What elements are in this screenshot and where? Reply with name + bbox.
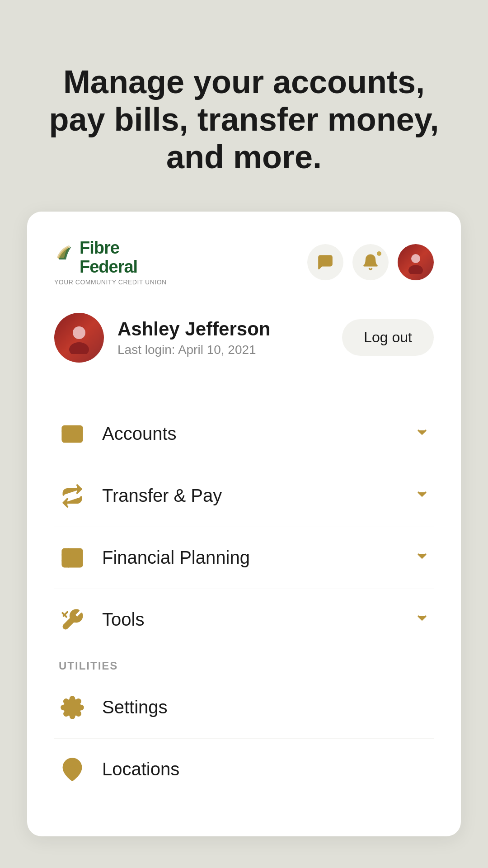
settings-label: Settings [102,697,429,717]
svg-point-0 [411,254,420,263]
svg-point-1 [408,265,423,274]
menu-list: Accounts Transfer & Pay [54,403,434,651]
tools-chevron [415,611,429,629]
svg-point-3 [69,342,89,354]
menu-item-financial-planning[interactable]: Financial Planning [54,527,434,589]
message-icon [317,254,334,271]
menu-item-locations[interactable]: Locations [54,739,434,800]
message-button[interactable] [307,244,343,280]
tools-label: Tools [102,609,399,630]
transfer-pay-icon [59,482,86,509]
user-name: Ashley Jefferson [117,318,270,340]
hero-section: Manage your accounts, pay bills, transfe… [0,0,488,212]
logout-button[interactable]: Log out [342,319,434,356]
last-login: Last login: April 10, 2021 [117,343,270,357]
utilities-label: UTILITIES [54,660,434,672]
notification-button[interactable] [352,244,389,280]
header-icons [307,244,434,280]
menu-item-tools[interactable]: Tools [54,589,434,651]
financial-planning-chevron [415,549,429,567]
logo-icon [54,241,76,262]
menu-item-transfer-pay[interactable]: Transfer & Pay [54,465,434,527]
header-avatar[interactable] [398,244,434,280]
svg-rect-6 [66,434,70,437]
menu-item-settings[interactable]: Settings [54,677,434,739]
transfer-pay-label: Transfer & Pay [102,486,399,506]
avatar-person-icon [404,250,427,274]
accounts-icon [59,420,86,448]
user-details: Ashley Jefferson Last login: April 10, 2… [117,318,270,357]
transfer-pay-chevron [415,487,429,505]
menu-item-accounts[interactable]: Accounts [54,403,434,465]
settings-icon [59,694,86,721]
bell-icon [362,254,379,271]
logo-tagline: YOUR COMMUNITY CREDIT UNION [54,278,167,286]
svg-point-17 [70,764,75,770]
user-avatar-person-icon [63,321,95,354]
financial-planning-icon [59,544,86,571]
user-row: Ashley Jefferson Last login: April 10, 2… [54,313,434,372]
notification-dot [376,250,382,257]
locations-icon [59,756,86,783]
utilities-section: UTILITIES Settings Locations [54,660,434,800]
card-header: Fibre Federal YOUR COMMUNITY CREDIT UNIO… [54,239,434,286]
user-avatar [54,313,104,363]
locations-label: Locations [102,759,429,779]
main-card: Fibre Federal YOUR COMMUNITY CREDIT UNIO… [27,212,461,836]
logo-fibre: Fibre [80,239,137,258]
logo: Fibre Federal YOUR COMMUNITY CREDIT UNIO… [54,239,167,286]
hero-title: Manage your accounts, pay bills, transfe… [36,63,452,175]
accounts-chevron [415,425,429,443]
svg-point-2 [73,326,85,339]
tools-icon [59,606,86,633]
user-info: Ashley Jefferson Last login: April 10, 2… [54,313,270,363]
accounts-label: Accounts [102,424,399,444]
financial-planning-label: Financial Planning [102,547,399,568]
logo-federal: Federal [80,258,137,277]
